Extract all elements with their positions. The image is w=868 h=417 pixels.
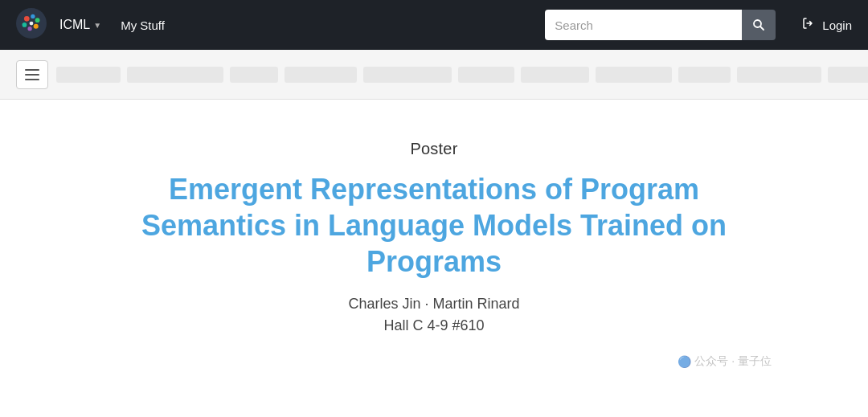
login-button[interactable]: Login bbox=[801, 15, 852, 35]
watermark: 🔵 公众号 · 量子位 bbox=[678, 354, 772, 369]
brand-label: ICML bbox=[59, 18, 90, 32]
hamburger-line-2 bbox=[25, 74, 39, 76]
subheader-background bbox=[56, 50, 868, 99]
search-container bbox=[545, 10, 776, 40]
paper-authors: Charles Jin · Martin Rinard bbox=[348, 296, 519, 313]
hamburger-line-1 bbox=[25, 69, 39, 71]
hamburger-button[interactable] bbox=[16, 60, 48, 89]
login-icon bbox=[801, 15, 817, 35]
search-input[interactable] bbox=[545, 10, 742, 40]
svg-point-3 bbox=[35, 18, 40, 22]
svg-point-4 bbox=[34, 24, 39, 29]
hamburger-line-3 bbox=[25, 79, 39, 80]
logo[interactable] bbox=[16, 8, 47, 42]
search-button[interactable] bbox=[742, 10, 776, 40]
search-icon bbox=[752, 18, 765, 31]
svg-point-1 bbox=[24, 16, 30, 22]
svg-point-2 bbox=[31, 14, 35, 18]
brand-chevron-icon: ▼ bbox=[93, 21, 101, 30]
brand-link[interactable]: ICML ▼ bbox=[59, 18, 101, 32]
navbar: ICML ▼ My Stuff Login bbox=[0, 0, 868, 50]
paper-location: Hall C 4-9 #610 bbox=[383, 317, 484, 334]
svg-line-9 bbox=[760, 27, 764, 30]
svg-point-6 bbox=[23, 22, 27, 27]
subheader bbox=[0, 50, 868, 100]
watermark-icon: 🔵 bbox=[678, 355, 691, 368]
paper-title: Emergent Representations of Program Sema… bbox=[104, 171, 764, 280]
login-label: Login bbox=[822, 18, 852, 32]
mystuff-link[interactable]: My Stuff bbox=[121, 18, 165, 32]
svg-point-5 bbox=[27, 27, 31, 31]
main-content: Poster Emergent Representations of Progr… bbox=[0, 100, 868, 334]
watermark-text: 公众号 · 量子位 bbox=[694, 354, 772, 369]
svg-point-7 bbox=[30, 22, 34, 26]
section-label: Poster bbox=[410, 140, 457, 158]
